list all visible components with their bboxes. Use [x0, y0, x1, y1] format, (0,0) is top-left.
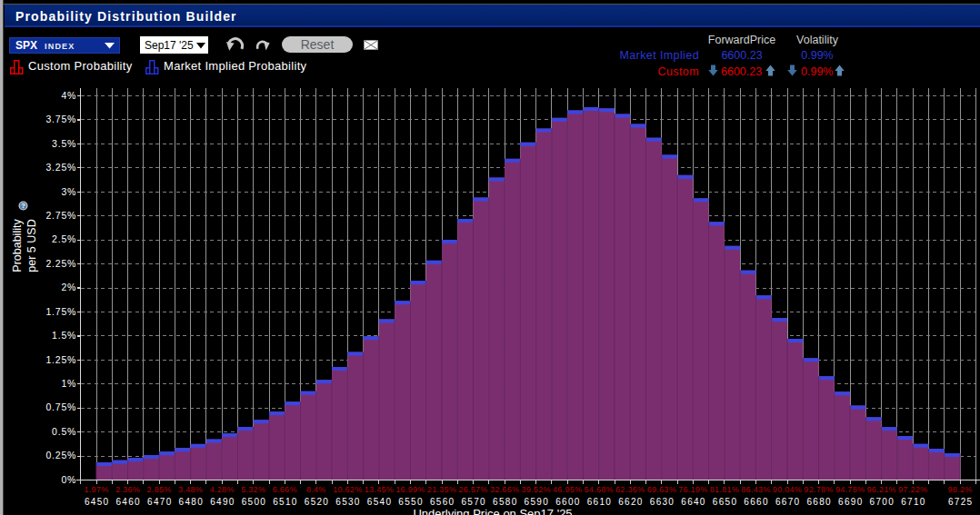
svg-text:39.52%: 39.52% — [521, 485, 550, 494]
svg-text:6710: 6710 — [901, 497, 925, 507]
svg-text:6725: 6725 — [948, 497, 973, 507]
svg-text:6460: 6460 — [115, 497, 140, 507]
svg-text:0.5%: 0.5% — [52, 426, 76, 437]
svg-text:6610: 6610 — [587, 497, 612, 507]
svg-text:2%: 2% — [61, 282, 76, 292]
svg-text:4%: 4% — [61, 90, 76, 101]
svg-text:6630: 6630 — [650, 497, 675, 507]
svg-text:97.22%: 97.22% — [898, 485, 927, 494]
svg-text:2.5%: 2.5% — [52, 233, 76, 244]
svg-text:5.32%: 5.32% — [241, 485, 265, 494]
svg-text:13.45%: 13.45% — [365, 485, 394, 494]
svg-text:76.19%: 76.19% — [678, 485, 707, 494]
svg-text:6600: 6600 — [555, 497, 580, 507]
svg-text:81.81%: 81.81% — [710, 485, 739, 494]
svg-text:6580: 6580 — [493, 497, 517, 507]
svg-text:69.63%: 69.63% — [647, 485, 676, 494]
svg-text:6560: 6560 — [430, 497, 455, 507]
svg-text:10.62%: 10.62% — [333, 485, 362, 494]
svg-text:3.5%: 3.5% — [52, 138, 76, 149]
svg-text:2.75%: 2.75% — [45, 210, 76, 221]
svg-text:6680: 6680 — [806, 497, 831, 507]
svg-text:6690: 6690 — [838, 497, 863, 507]
svg-text:6650: 6650 — [713, 497, 737, 507]
svg-text:94.78%: 94.78% — [835, 485, 865, 494]
svg-text:3.75%: 3.75% — [45, 114, 76, 124]
svg-text:6490: 6490 — [210, 497, 235, 507]
svg-text:0%: 0% — [61, 474, 76, 485]
svg-text:2.85%: 2.85% — [147, 485, 172, 494]
svg-text:6520: 6520 — [305, 497, 329, 507]
svg-text:16.99%: 16.99% — [395, 485, 425, 494]
svg-text:90.04%: 90.04% — [773, 485, 802, 494]
svg-text:2.36%: 2.36% — [115, 485, 140, 494]
svg-text:3.25%: 3.25% — [45, 162, 76, 173]
svg-text:1.5%: 1.5% — [52, 330, 76, 341]
svg-text:1.97%: 1.97% — [84, 485, 108, 494]
svg-text:6570: 6570 — [461, 497, 485, 507]
svg-text:98.2%: 98.2% — [947, 485, 972, 494]
svg-text:6550: 6550 — [398, 497, 423, 507]
svg-text:3%: 3% — [61, 186, 76, 197]
svg-text:62.36%: 62.36% — [615, 485, 645, 494]
svg-text:2.25%: 2.25% — [45, 258, 76, 269]
svg-text:21.35%: 21.35% — [427, 485, 456, 494]
svg-text:32.66%: 32.66% — [490, 485, 519, 494]
svg-text:1.25%: 1.25% — [45, 354, 76, 365]
svg-text:4.28%: 4.28% — [210, 485, 235, 494]
svg-text:1.75%: 1.75% — [45, 306, 76, 317]
svg-text:6670: 6670 — [775, 497, 800, 507]
svg-text:0.25%: 0.25% — [45, 450, 76, 461]
svg-text:6470: 6470 — [147, 497, 172, 507]
svg-text:8.4%: 8.4% — [306, 485, 326, 494]
svg-text:26.57%: 26.57% — [458, 485, 487, 494]
svg-text:6660: 6660 — [744, 497, 768, 507]
svg-text:92.78%: 92.78% — [804, 485, 833, 494]
svg-text:1%: 1% — [61, 378, 76, 389]
svg-text:46.95%: 46.95% — [553, 485, 582, 494]
svg-text:6530: 6530 — [335, 497, 360, 507]
svg-text:86.43%: 86.43% — [741, 485, 770, 494]
svg-text:3.48%: 3.48% — [178, 485, 203, 494]
svg-text:6540: 6540 — [367, 497, 392, 507]
svg-text:6700: 6700 — [870, 497, 895, 507]
svg-text:Underlying Price on Sep17 '25: Underlying Price on Sep17 '25 — [413, 507, 572, 515]
svg-text:6450: 6450 — [85, 497, 109, 507]
svg-text:6640: 6640 — [681, 497, 705, 507]
svg-text:6620: 6620 — [618, 497, 643, 507]
svg-text:6590: 6590 — [525, 497, 549, 507]
svg-text:6500: 6500 — [242, 497, 266, 507]
svg-text:6480: 6480 — [179, 497, 204, 507]
svg-text:54.68%: 54.68% — [585, 485, 614, 494]
svg-text:96.21%: 96.21% — [866, 485, 895, 494]
svg-text:6510: 6510 — [273, 497, 297, 507]
svg-text:0.75%: 0.75% — [45, 401, 76, 412]
svg-text:6.66%: 6.66% — [273, 485, 297, 494]
